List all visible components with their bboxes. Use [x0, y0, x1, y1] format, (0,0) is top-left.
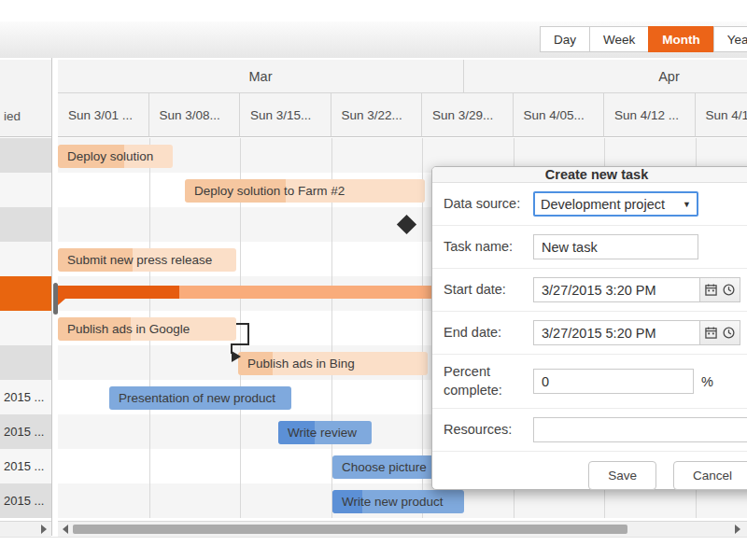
chevron-down-icon: ▼: [683, 200, 691, 209]
percent-input[interactable]: [533, 369, 694, 394]
task-bar-label: Submit new press release: [58, 253, 212, 267]
task-bar[interactable]: Submit new press release: [58, 248, 236, 272]
save-button[interactable]: Save: [588, 461, 656, 490]
grid-row[interactable]: [0, 138, 51, 173]
chart-scrollbar-thumb[interactable]: [73, 525, 627, 534]
resources-label: Resources:: [444, 421, 533, 440]
summary-progress: [58, 286, 179, 299]
task-grid-pane: ied 2015 ...2015 ...2015 ...2015 ...: [0, 58, 52, 536]
scroll-right-icon[interactable]: [735, 525, 740, 534]
week-header: Sun 3/01 ...: [58, 93, 149, 137]
calendar-icon[interactable]: [705, 327, 717, 339]
grid-row[interactable]: [0, 276, 51, 311]
task-bar[interactable]: Publish ads in Bing: [238, 352, 428, 375]
month-header-mar: Mar: [58, 60, 464, 93]
dialog-title: Create new task: [432, 167, 747, 183]
dialog-buttons: Save Cancel: [432, 452, 747, 499]
view-switcher: DayWeekMonthYear: [540, 26, 747, 52]
end-date-label: End date:: [444, 324, 533, 343]
grid-row[interactable]: 2015 ...: [0, 414, 51, 449]
grid-row[interactable]: 2015 ...: [0, 380, 51, 414]
grid-horizontal-scrollbar[interactable]: [0, 521, 51, 537]
week-header: Sun 4/12 ...: [604, 93, 696, 137]
field-row-task-name: Task name:: [432, 226, 747, 269]
toolbar: DayWeekMonthYear: [0, 21, 747, 59]
grid-row[interactable]: [0, 345, 51, 380]
field-row-data-source: Data source: Development project ▼: [432, 183, 747, 226]
summary-task-bar[interactable]: [58, 286, 431, 299]
summary-start-notch: [58, 299, 65, 305]
view-button-day[interactable]: Day: [540, 26, 590, 52]
calendar-icon[interactable]: [705, 284, 717, 296]
percent-suffix: %: [701, 374, 713, 389]
clock-icon[interactable]: [723, 284, 735, 296]
month-header-apr: Apr: [464, 60, 747, 93]
task-bar-label: Presentation of new product: [109, 391, 275, 405]
data-source-label: Data source:: [444, 195, 533, 214]
task-name-input[interactable]: [533, 234, 698, 259]
view-button-month[interactable]: Month: [648, 26, 713, 52]
month-header-row: MarApr: [58, 60, 747, 93]
grid-rows: 2015 ...2015 ...2015 ...2015 ...: [0, 138, 51, 518]
grid-row[interactable]: [0, 207, 51, 242]
week-header: Sun 3/08...: [149, 93, 241, 137]
start-date-pickers[interactable]: [699, 277, 740, 302]
task-bar-label: Publish ads in Google: [58, 322, 190, 336]
task-bar-label: Choose picture: [332, 460, 427, 474]
field-row-end-date: End date:: [432, 312, 747, 355]
task-bar-label: Deploy solution to Farm #2: [185, 184, 345, 198]
week-header: Sun 3/22...: [331, 93, 423, 137]
week-header: Sun 4/05...: [514, 93, 605, 137]
chart-horizontal-scrollbar[interactable]: [58, 521, 747, 537]
create-task-dialog: Create new task Data source: Development…: [431, 166, 747, 490]
grid-row[interactable]: [0, 242, 51, 276]
gantt-app: DayWeekMonthYear ied 2015 ...2015 ...201…: [0, 0, 747, 560]
field-row-start-date: Start date:: [432, 269, 747, 312]
end-date-pickers[interactable]: [699, 320, 740, 345]
grid-row[interactable]: 2015 ...: [0, 483, 51, 518]
field-row-percent: Percent complete: %: [432, 355, 747, 409]
start-date-input[interactable]: [533, 277, 699, 302]
week-header-row: Sun 3/01 ...Sun 3/08...Sun 3/15...Sun 3/…: [58, 93, 747, 137]
task-bar-label: Deploy solution: [58, 149, 153, 163]
task-name-label: Task name:: [444, 238, 533, 257]
scroll-right-icon[interactable]: [41, 525, 47, 534]
cancel-button[interactable]: Cancel: [673, 461, 747, 490]
scroll-left-icon[interactable]: [63, 525, 68, 534]
view-button-week[interactable]: Week: [589, 26, 649, 52]
resources-input[interactable]: [533, 417, 747, 442]
task-bar[interactable]: Presentation of new product: [109, 386, 291, 410]
week-header: Sun 3/15...: [240, 93, 331, 137]
grid-column-header: ied: [0, 60, 51, 137]
task-bar-label: Publish ads in Bing: [238, 357, 355, 371]
data-source-select[interactable]: Development project ▼: [533, 191, 698, 217]
task-bar-label: Write review: [278, 426, 357, 440]
task-bar-label: Write new product: [332, 495, 444, 509]
week-header: Sun 4/19 ...: [696, 93, 747, 137]
week-header: Sun 3/29...: [422, 93, 514, 137]
task-bar[interactable]: Deploy solution: [58, 145, 173, 168]
percent-label: Percent complete:: [444, 363, 533, 399]
view-button-year[interactable]: Year: [713, 26, 747, 52]
end-date-input[interactable]: [533, 320, 699, 345]
clock-icon[interactable]: [723, 327, 735, 339]
top-strip: [0, 0, 747, 21]
data-source-value: Development project: [541, 197, 665, 212]
grid-row[interactable]: 2015 ...: [0, 449, 51, 483]
grid-row[interactable]: [0, 173, 51, 207]
grid-row[interactable]: [0, 311, 51, 345]
task-bar[interactable]: Write review: [278, 421, 372, 444]
field-row-resources: Resources:: [432, 409, 747, 452]
task-bar[interactable]: Deploy solution to Farm #2: [185, 179, 425, 203]
start-date-label: Start date:: [444, 281, 533, 300]
task-bar[interactable]: Publish ads in Google: [58, 317, 236, 341]
